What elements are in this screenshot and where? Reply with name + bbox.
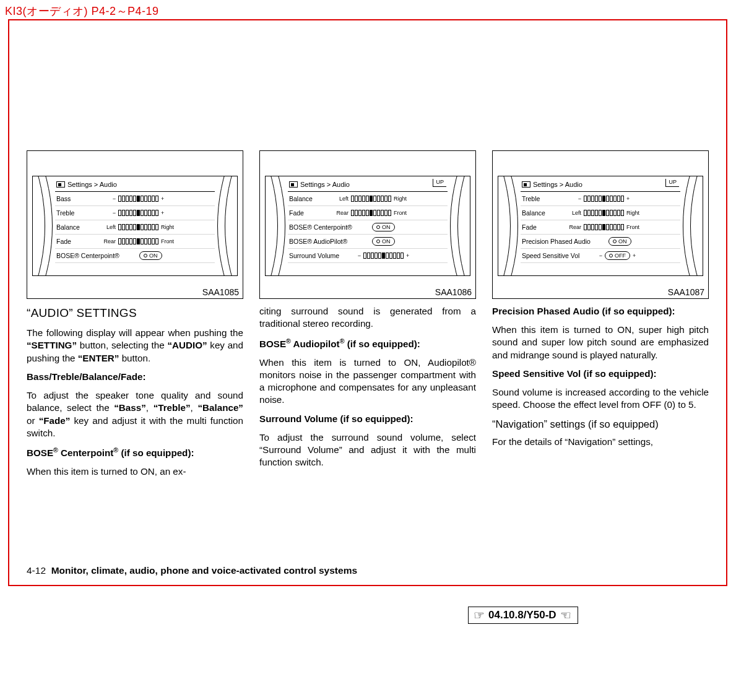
slider-bar: [118, 196, 158, 202]
row-name: Precision Phased Audio: [522, 238, 606, 245]
screen-1: Settings > Audio Bass−+ Treble−+ Balance…: [27, 150, 243, 299]
slider-bar: [118, 210, 158, 216]
screen-1-label: SAA1085: [202, 287, 239, 297]
slider-bar: [118, 224, 158, 230]
section-title: Monitor, climate, audio, phone and voice…: [51, 565, 357, 576]
row-left: Left: [332, 196, 349, 202]
row-name: Treble: [56, 209, 97, 217]
precision-heading: Precision Phased Audio (if so equipped):: [492, 305, 709, 318]
slider-bar: [363, 253, 404, 259]
centerpoint-text: When this item is turned to ON, an ex-: [27, 465, 243, 478]
slider-bar: [584, 224, 624, 230]
navigation-text: For the details of “Navigation” settings…: [492, 436, 709, 448]
header-annotation: KI3(オーディオ) P4-2～P4-19: [5, 4, 159, 19]
row-left: −: [355, 253, 361, 259]
screen-3-box: Settings > AudioUP Treble−+ BalanceLeftR…: [492, 150, 709, 299]
pill-text: ON: [382, 224, 391, 230]
screen-2-row-fade: FadeRearFront: [288, 206, 448, 220]
row-right: +: [161, 210, 180, 216]
on-pill: ON: [608, 237, 631, 246]
screen-1-row-balance: BalanceLeftRight: [55, 220, 215, 235]
on-pill: ON: [139, 251, 162, 260]
screen-3-row-fade: FadeRearFront: [521, 220, 680, 235]
screen-3-row-speedvol: Speed Sensitive Vol−OFF+: [521, 249, 680, 263]
row-name: Bass: [56, 195, 97, 202]
screen-3: Settings > AudioUP Treble−+ BalanceLeftR…: [492, 150, 709, 299]
screen-3-label: SAA1087: [668, 287, 704, 297]
precision-text: When this item is turned to ON, super hi…: [492, 324, 709, 361]
breadcrumb-icon: [522, 181, 530, 188]
bass-treble-text: To adjust the speaker tone quality and s…: [27, 389, 243, 439]
screen-1-breadcrumb: Settings > Audio: [55, 179, 215, 192]
row-left: −: [100, 210, 116, 216]
page-number: 4-12: [27, 565, 46, 576]
screen-3-lcd: Settings > AudioUP Treble−+ BalanceLeftR…: [498, 176, 703, 276]
row-right: Right: [161, 224, 180, 230]
screen-2-row-centerpoint: BOSE® Centerpoint®ON: [288, 220, 448, 235]
screen-3-row-precision: Precision Phased AudioON: [521, 235, 680, 249]
row-name: Fade: [289, 209, 330, 217]
screen-1-box: Settings > Audio Bass−+ Treble−+ Balance…: [27, 150, 243, 299]
speedvol-heading: Speed Sensitive Vol (if so equipped):: [492, 368, 709, 380]
audio-settings-heading: “AUDIO” SETTINGS: [27, 305, 243, 321]
row-right: Right: [394, 196, 412, 202]
column-3: Precision Phased Audio (if so equipped):…: [492, 305, 709, 485]
surround-heading: Surround Volume (if so equipped):: [259, 413, 476, 425]
row-right: +: [633, 253, 639, 259]
screen-1-row-centerpoint: BOSE® Centerpoint®ON: [55, 249, 215, 263]
slider-bar: [584, 210, 624, 216]
row-left: Rear: [100, 238, 116, 244]
row-right: +: [161, 196, 180, 202]
screen-3-row-balance: BalanceLeftRight: [521, 206, 680, 220]
row-name: Fade: [56, 238, 97, 245]
row-right: +: [406, 253, 412, 259]
audiopilot-heading: BOSE® Audiopilot® (if so equipped):: [259, 336, 476, 350]
off-pill: OFF: [605, 251, 630, 260]
navigation-heading: “Navigation” settings (if so equipped): [492, 418, 709, 431]
hand-right-icon: ☜: [560, 609, 571, 621]
screen-2-lcd: Settings > AudioUP BalanceLeftRight Fade…: [265, 176, 470, 276]
pill-text: ON: [382, 238, 391, 244]
screen-2: Settings > AudioUP BalanceLeftRight Fade…: [259, 150, 476, 299]
screen-1-lcd: Settings > Audio Bass−+ Treble−+ Balance…: [32, 176, 238, 276]
bass-treble-heading: Bass/Treble/Balance/Fade:: [27, 371, 243, 383]
row-right: Front: [394, 210, 412, 216]
row-left: Left: [100, 224, 116, 230]
row-name: Surround Volume: [289, 252, 352, 259]
page-footer: 4-12 Monitor, climate, audio, phone and …: [27, 565, 357, 576]
revision-stamp: ☞ 04.10.8/Y50-D ☜: [468, 607, 578, 624]
breadcrumb-text: Settings > Audio: [300, 181, 350, 188]
screen-2-box: Settings > AudioUP BalanceLeftRight Fade…: [259, 150, 476, 299]
row-name: Balance: [289, 195, 330, 202]
screen-2-row-surround: Surround Volume−+: [288, 249, 448, 263]
row-name: Balance: [56, 223, 97, 231]
page-frame: Settings > Audio Bass−+ Treble−+ Balance…: [8, 19, 727, 586]
screen-2-row-balance: BalanceLeftRight: [288, 192, 448, 206]
surround-text: To adjust the surround sound volume, se­…: [259, 431, 476, 469]
row-name: Fade: [522, 223, 563, 231]
breadcrumb-icon: [289, 181, 298, 188]
row-right: Front: [626, 224, 645, 230]
hand-left-icon: ☞: [474, 609, 485, 621]
pill-text: OFF: [615, 253, 626, 259]
slider-bar: [118, 238, 158, 244]
up-indicator: UP: [665, 179, 679, 187]
row-name: BOSE® AudioPilot®: [289, 238, 370, 245]
up-indicator: UP: [433, 179, 446, 187]
centerpoint-continuation: citing surround sound is generated from …: [259, 305, 476, 330]
speedvol-text: Sound volume is increased according to t…: [492, 386, 709, 411]
slider-bar: [351, 196, 391, 202]
slider-bar: [351, 210, 391, 216]
intro-paragraph: The following display will appear when p…: [27, 327, 243, 365]
row-right: Right: [626, 210, 645, 216]
row-left: Rear: [565, 224, 581, 230]
screen-3-row-treble: Treble−+: [521, 192, 680, 206]
screen-1-row-treble: Treble−+: [55, 206, 215, 220]
centerpoint-heading: BOSE® Centerpoint® (if so equipped):: [27, 446, 243, 459]
screen-1-row-fade: FadeRearFront: [55, 235, 215, 249]
on-pill: ON: [372, 237, 395, 246]
breadcrumb-text: Settings > Audio: [67, 181, 117, 188]
row-name: BOSE® Centerpoint®: [289, 223, 370, 231]
row-left: Rear: [332, 210, 349, 216]
screen-1-row-bass: Bass−+: [55, 192, 215, 206]
